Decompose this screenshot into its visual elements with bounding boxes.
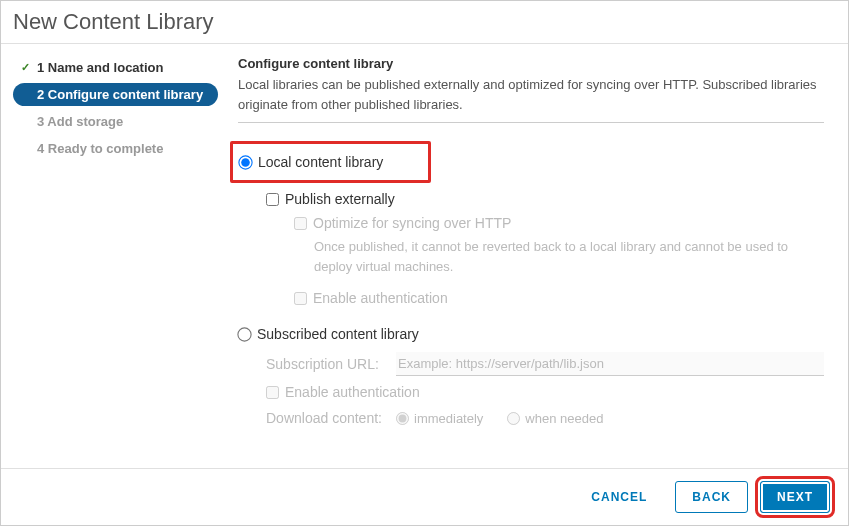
radio-local-content-library[interactable]: Local content library	[239, 154, 383, 170]
checkbox-label: Publish externally	[285, 191, 395, 207]
checkbox-label: Enable authentication	[285, 384, 420, 400]
step-label: 2 Configure content library	[37, 87, 203, 102]
checkbox-auth-input	[294, 292, 307, 305]
download-content-row: Download content: immediately when neede…	[266, 410, 824, 426]
subscription-url-input	[396, 352, 824, 376]
subscription-url-label: Subscription URL:	[266, 356, 396, 372]
checkbox-enable-auth-local: Enable authentication	[294, 290, 824, 306]
wizard-steps: ✓ 1 Name and location 2 Configure conten…	[1, 44, 226, 468]
wizard-step-add-storage: 3 Add storage	[13, 110, 218, 133]
new-content-library-dialog: New Content Library ✓ 1 Name and locatio…	[0, 0, 849, 526]
dialog-header: New Content Library	[1, 1, 848, 44]
checkbox-label: Enable authentication	[313, 290, 448, 306]
radio-download-immediately: immediately	[396, 411, 483, 426]
radio-label: Subscribed content library	[257, 326, 419, 342]
wizard-step-configure-library[interactable]: 2 Configure content library	[13, 83, 218, 106]
radio-label: when needed	[525, 411, 603, 426]
content-panel: Configure content library Local librarie…	[226, 44, 848, 468]
radio-subscribed-input[interactable]	[237, 327, 251, 341]
highlight-local-library: Local content library	[230, 141, 431, 183]
radio-immediately-input	[396, 412, 409, 425]
radio-download-when-needed: when needed	[507, 411, 603, 426]
radio-label: immediately	[414, 411, 483, 426]
section-title: Configure content library	[238, 56, 824, 71]
checkbox-optimize-http: Optimize for syncing over HTTP	[294, 215, 824, 231]
back-button[interactable]: BACK	[675, 481, 748, 513]
checkbox-publish-externally[interactable]: Publish externally	[266, 191, 824, 207]
step-label: 3 Add storage	[37, 114, 123, 129]
checkbox-publish-input[interactable]	[266, 193, 279, 206]
step-label: 1 Name and location	[37, 60, 163, 75]
checkbox-enable-auth-subscribed: Enable authentication	[266, 384, 824, 400]
download-content-label: Download content:	[266, 410, 396, 426]
checkbox-auth2-input	[266, 386, 279, 399]
radio-label: Local content library	[258, 154, 383, 170]
optimize-hint-text: Once published, it cannot be reverted ba…	[314, 237, 824, 276]
dialog-footer: CANCEL BACK NEXT	[1, 468, 848, 525]
step-label: 4 Ready to complete	[37, 141, 163, 156]
cancel-button[interactable]: CANCEL	[575, 482, 663, 512]
wizard-step-ready-complete: 4 Ready to complete	[13, 137, 218, 160]
radio-subscribed-content-library[interactable]: Subscribed content library	[238, 326, 824, 342]
check-icon: ✓	[21, 61, 31, 74]
radio-local-input[interactable]	[238, 155, 252, 169]
next-button[interactable]: NEXT	[760, 481, 830, 513]
radio-when-needed-input	[507, 412, 520, 425]
dialog-title: New Content Library	[13, 9, 836, 35]
checkbox-label: Optimize for syncing over HTTP	[313, 215, 511, 231]
subscription-url-field: Subscription URL:	[266, 352, 824, 376]
wizard-step-name-location[interactable]: ✓ 1 Name and location	[13, 56, 218, 79]
checkbox-optimize-input	[294, 217, 307, 230]
section-description: Local libraries can be published externa…	[238, 75, 824, 123]
